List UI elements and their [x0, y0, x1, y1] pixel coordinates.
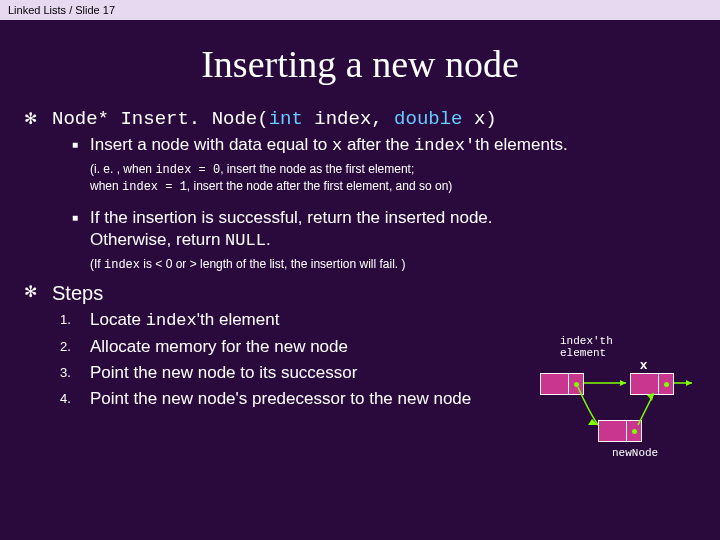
step1-row: 1. Locate index'th element	[60, 309, 696, 332]
sig-ret: Node*	[52, 108, 120, 130]
note2: (If index is < 0 or > length of the list…	[90, 256, 696, 273]
sig-p2: x)	[463, 108, 497, 130]
n1d: , insert the node after the first elemen…	[187, 179, 452, 193]
svg-marker-1	[620, 380, 626, 386]
d2null: NULL	[225, 231, 266, 250]
desc1-text: Insert a node with data equal to x after…	[90, 134, 568, 157]
d1a: Insert a node with data equal to	[90, 135, 332, 154]
n2code: index	[104, 258, 140, 272]
d1c: th elements.	[475, 135, 568, 154]
steps-header-row: ✻ Steps	[24, 281, 696, 305]
d1b: after the	[342, 135, 414, 154]
n1c2: index = 1	[122, 180, 187, 194]
sig-fn: Insert. Node(	[120, 108, 268, 130]
slide-title: Inserting a new node	[0, 42, 720, 86]
steps-header: Steps	[52, 281, 103, 305]
step4-text: Point the new node's predecessor to the …	[90, 388, 471, 410]
square-icon: ■	[60, 134, 90, 156]
s1b: 'th element	[197, 310, 280, 329]
sig-type-int: int	[269, 108, 303, 130]
svg-marker-3	[686, 380, 692, 386]
d2c: .	[266, 230, 271, 249]
s1a: Locate	[90, 310, 146, 329]
n2a: (If	[90, 257, 104, 271]
step2-text: Allocate memory for the new node	[90, 336, 348, 358]
d2a: If the insertion is successful, return t…	[90, 208, 493, 227]
desc2-row: ■ If the insertion is successful, return…	[60, 207, 696, 252]
sig-p1: index,	[303, 108, 394, 130]
n1c: when	[90, 179, 122, 193]
diagram-top-label: index'th element	[560, 335, 613, 359]
n2b: is < 0 or > length of the list, the inse…	[140, 257, 405, 271]
square-icon: ■	[60, 207, 90, 229]
d1x: x	[332, 136, 342, 155]
signature-row: ✻ Node* Insert. Node(int index, double x…	[24, 108, 696, 130]
diagram-bottom-label: newNode	[612, 447, 658, 459]
step1-text: Locate index'th element	[90, 309, 279, 332]
star-icon: ✻	[24, 108, 52, 130]
n1c1: index = 0	[155, 163, 220, 177]
step-num-3: 3.	[60, 362, 90, 384]
step-num-2: 2.	[60, 336, 90, 358]
step3-text: Point the new node to its successor	[90, 362, 357, 384]
desc1-row: ■ Insert a node with data equal to x aft…	[60, 134, 696, 157]
d1idx: index'	[414, 136, 475, 155]
d2b: Otherwise, return	[90, 230, 225, 249]
note1: (i. e. , when index = 0, insert the node…	[90, 161, 696, 195]
step-num-1: 1.	[60, 309, 90, 331]
n1a: (i. e. , when	[90, 162, 155, 176]
n1b: , insert the node as the first element;	[220, 162, 414, 176]
star-icon: ✻	[24, 281, 52, 303]
desc2-text: If the insertion is successful, return t…	[90, 207, 493, 252]
breadcrumb: Linked Lists / Slide 17	[0, 0, 720, 20]
function-signature: Node* Insert. Node(int index, double x)	[52, 108, 497, 130]
s1code: index	[146, 311, 197, 330]
step-num-4: 4.	[60, 388, 90, 410]
sig-type-double: double	[394, 108, 462, 130]
